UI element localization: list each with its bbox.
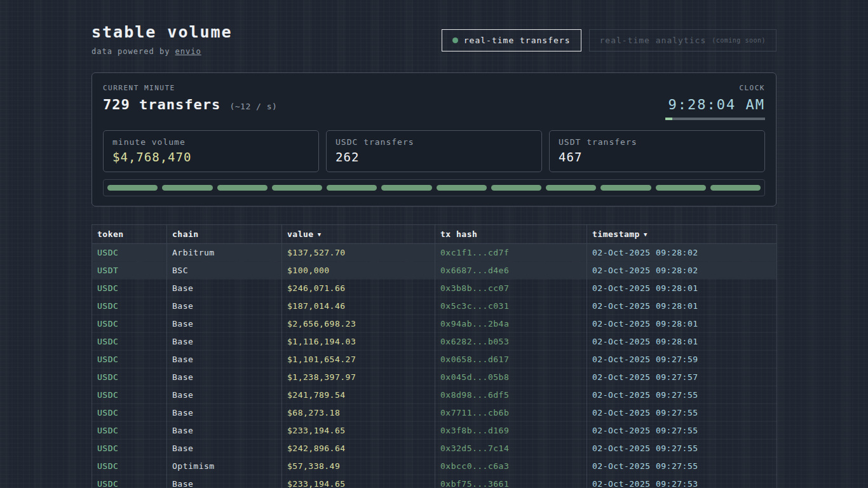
value-cell: $233,194.65 [282,422,435,440]
chain-cell: Base [167,333,282,351]
token-cell: USDC [92,422,167,440]
activity-segment [162,185,212,191]
chain-cell: Base [167,315,282,333]
activity-segment [217,185,268,191]
activity-segment [327,185,377,191]
chain-cell: Optimism [167,458,282,475]
timestamp-cell: 02-Oct-2025 09:28:02 [587,244,777,262]
stat-box-usdt-transfers: USDT transfers 467 [549,130,765,172]
tx-hash-link[interactable]: 0xbf75...3661 [435,475,587,488]
current-minute-summary: CURRENT MINUTE 729 transfers (~12 / s) [103,84,277,112]
table-row: USDCBase$246,071.660x3b8b...cc0702-Oct-2… [92,280,777,297]
transfers-table-section: token chain value▼ tx hash timestamp▼ US… [92,224,776,488]
column-header-timestamp[interactable]: timestamp▼ [587,225,777,244]
chain-cell: BSC [167,262,282,280]
topbar: stable volume data powered by envio real… [92,0,776,56]
usdc-transfers-value: 262 [336,150,532,164]
chain-cell: Base [167,351,282,369]
transfers-table: token chain value▼ tx hash timestamp▼ US… [92,224,777,488]
table-header-row: token chain value▼ tx hash timestamp▼ [92,225,777,244]
transfers-count: 729 transfers [103,97,220,112]
stat-box-minute-volume: minute volume $4,768,470 [103,130,319,172]
tx-hash-link[interactable]: 0x94ab...2b4a [435,315,587,333]
token-cell: USDC [92,386,167,404]
value-cell: $1,101,654.27 [282,351,435,369]
activity-segment [491,185,541,191]
tx-hash-link[interactable]: 0x0658...d617 [435,351,587,369]
timestamp-cell: 02-Oct-2025 09:28:02 [587,262,777,280]
tx-hash-link[interactable]: 0x6687...d4e6 [435,262,587,280]
table-row: USDCArbitrum$137,527.700xc1f1...cd7f02-O… [92,244,777,262]
timestamp-cell: 02-Oct-2025 09:27:55 [587,440,777,458]
envio-link[interactable]: envio [175,47,201,56]
value-cell: $187,014.46 [282,297,435,315]
tx-hash-link[interactable]: 0x7711...cb6b [435,404,587,422]
timestamp-cell: 02-Oct-2025 09:28:01 [587,315,777,333]
table-row: USDCBase$242,896.640x32d5...7c1402-Oct-2… [92,440,777,458]
timestamp-cell: 02-Oct-2025 09:27:55 [587,386,777,404]
column-header-token: token [92,225,167,244]
table-row: USDCBase$187,014.460x5c3c...c03102-Oct-2… [92,297,777,315]
chain-cell: Base [167,280,282,297]
clock-progress-track [665,118,765,120]
timestamp-cell: 02-Oct-2025 09:27:55 [587,458,777,475]
minute-volume-value: $4,768,470 [112,150,309,164]
activity-segment [656,185,706,191]
value-cell: $100,000 [282,262,435,280]
tx-hash-link[interactable]: 0x3f8b...d169 [435,422,587,440]
tab-transfers-label: real-time transfers [464,36,571,45]
tab-analytics-label: real-time analytics [600,36,707,45]
clock-progress-fill [665,118,672,120]
chain-cell: Base [167,440,282,458]
timestamp-cell: 02-Oct-2025 09:28:01 [587,333,777,351]
token-cell: USDC [92,369,167,386]
table-row: USDCBase$233,194.650xbf75...366102-Oct-2… [92,475,777,488]
view-tabs: real-time transfers real-time analytics … [442,29,776,51]
chain-cell: Base [167,369,282,386]
tx-hash-link[interactable]: 0x8d98...6df5 [435,386,587,404]
token-cell: USDC [92,280,167,297]
column-header-value[interactable]: value▼ [282,225,435,244]
tx-hash-link[interactable]: 0x045d...05b8 [435,369,587,386]
activity-segment [546,185,596,191]
current-minute-panel: CURRENT MINUTE 729 transfers (~12 / s) C… [92,72,776,207]
tab-realtime-analytics: real-time analytics (coming soon) [589,29,777,51]
table-row: USDTBSC$100,0000x6687...d4e602-Oct-2025 … [92,262,777,280]
tx-hash-link[interactable]: 0x3b8b...cc07 [435,280,587,297]
value-cell: $1,116,194.03 [282,333,435,351]
value-cell: $57,338.49 [282,458,435,475]
token-cell: USDC [92,244,167,262]
sort-desc-icon: ▼ [644,231,648,238]
column-header-tx-hash: tx hash [435,225,587,244]
chain-cell: Base [167,386,282,404]
page-title: stable volume [92,23,233,41]
value-cell: $233,194.65 [282,475,435,488]
tx-hash-link[interactable]: 0x6282...b053 [435,333,587,351]
token-cell: USDC [92,475,167,488]
table-row: USDCOptimism$57,338.490xbcc0...c6a302-Oc… [92,458,777,475]
stat-box-usdc-transfers: USDC transfers 262 [326,130,542,172]
tx-hash-link[interactable]: 0x5c3c...c031 [435,297,587,315]
token-cell: USDC [92,333,167,351]
table-row: USDCBase$1,101,654.270x0658...d61702-Oct… [92,351,777,369]
value-cell: $68,273.18 [282,404,435,422]
stat-boxes: minute volume $4,768,470 USDC transfers … [103,130,765,172]
transfers-rate: (~12 / s) [229,102,277,111]
transfers-table-body: USDCArbitrum$137,527.700xc1f1...cd7f02-O… [92,244,777,488]
chain-cell: Base [167,297,282,315]
usdt-transfers-label: USDT transfers [559,137,756,147]
chain-cell: Base [167,422,282,440]
value-cell: $1,238,397.97 [282,369,435,386]
timestamp-cell: 02-Oct-2025 09:27:59 [587,351,777,369]
table-row: USDCBase$233,194.650x3f8b...d16902-Oct-2… [92,422,777,440]
tx-hash-link[interactable]: 0x32d5...7c14 [435,440,587,458]
tx-hash-link[interactable]: 0xc1f1...cd7f [435,244,587,262]
tx-hash-link[interactable]: 0xbcc0...c6a3 [435,458,587,475]
value-cell: $137,527.70 [282,244,435,262]
token-cell: USDC [92,458,167,475]
tab-realtime-transfers[interactable]: real-time transfers [442,29,581,51]
subtitle: data powered by envio [92,47,233,56]
token-cell: USDC [92,351,167,369]
brand: stable volume data powered by envio [92,23,233,56]
usdt-transfers-value: 467 [559,150,756,164]
